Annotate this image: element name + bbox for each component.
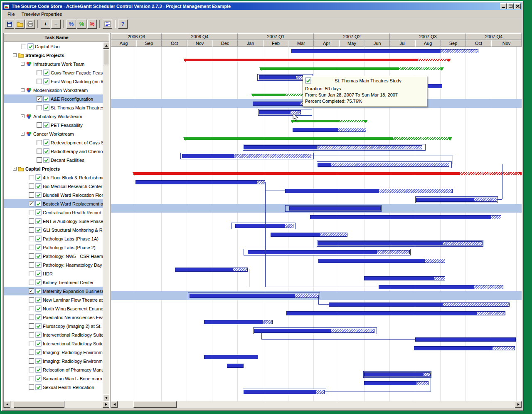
print-button[interactable] — [25, 20, 35, 29]
task-bar[interactable] — [318, 241, 483, 245]
tree-row[interactable]: Kidney Treatment Center — [4, 278, 103, 287]
task-checkbox[interactable] — [29, 183, 34, 189]
tree-row[interactable]: Interventional Radiology Suite (Imaging) — [4, 339, 103, 348]
tree-row[interactable]: Imaging: Radiology Environment & — [4, 357, 103, 365]
task-checkbox[interactable] — [21, 44, 26, 49]
task-checkbox[interactable] — [29, 367, 34, 372]
minimize-button[interactable] — [500, 3, 507, 9]
tree-horizontal-scrollbar[interactable] — [4, 401, 109, 408]
tree-row[interactable]: Paediatric Neurosciences Feasibility — [4, 313, 103, 322]
summary-bar[interactable] — [184, 59, 450, 61]
tree-row[interactable]: Pathology: Haematology Day Care — [4, 260, 103, 269]
task-checkbox[interactable] — [29, 280, 34, 285]
tree-row[interactable]: -Capital Projects — [4, 164, 103, 173]
task-checkbox[interactable] — [29, 227, 34, 233]
task-bar[interactable] — [235, 224, 293, 228]
task-checkbox[interactable] — [29, 253, 34, 259]
task-bar[interactable] — [248, 250, 410, 254]
task-checkbox[interactable] — [29, 175, 34, 180]
tree-row[interactable]: Pathology: NW5 - CSR Haematology — [4, 252, 103, 260]
tree-row[interactable]: Centralisation Health Record Storage — [4, 208, 103, 217]
task-checkbox[interactable] — [29, 306, 34, 311]
percent-normal-button[interactable]: % — [66, 20, 76, 29]
save-button[interactable] — [5, 20, 14, 29]
task-bar[interactable] — [204, 355, 258, 359]
scrollbar-track[interactable] — [103, 49, 109, 394]
task-bar[interactable] — [271, 233, 347, 237]
summary-bar[interactable] — [291, 120, 367, 122]
task-checkbox[interactable] — [37, 79, 42, 84]
percent-overdue-button[interactable]: % — [87, 20, 97, 29]
tree-row[interactable]: Samaritan Ward - Bone marrow transfer — [4, 374, 103, 383]
collapse-expander-icon[interactable]: - — [13, 53, 17, 57]
task-bar[interactable] — [244, 390, 325, 394]
tree-row[interactable]: Decant Facilities — [4, 156, 103, 164]
task-checkbox[interactable] — [37, 140, 42, 145]
tree-row[interactable]: 4th Floor Block & Refurbishment — [4, 173, 103, 182]
title-bar[interactable]: The Source Code Store - ActiveGantt Sche… — [2, 2, 522, 10]
task-checkbox[interactable] — [37, 105, 42, 110]
tree-row[interactable]: Capital Plan — [4, 42, 103, 51]
zoom-in-button[interactable]: + — [41, 20, 50, 29]
task-bar[interactable] — [414, 346, 515, 350]
task-bar[interactable] — [289, 206, 381, 211]
task-bar[interactable] — [415, 337, 516, 342]
collapse-expander-icon[interactable]: - — [21, 88, 25, 92]
tree-row[interactable]: Bio Medical Research Center & CRF — [4, 182, 103, 191]
task-bar[interactable] — [364, 276, 445, 280]
tree-row[interactable]: ✓Maternity Expansion Business Case — [4, 287, 103, 295]
tree-row[interactable]: St. Thomas Main Theatres Study — [4, 103, 103, 112]
help-button[interactable]: ? — [118, 20, 128, 29]
task-bar[interactable] — [285, 189, 453, 193]
tree-row[interactable]: Guys Tower Façade Feasability — [4, 68, 103, 77]
task-checkbox[interactable] — [37, 157, 42, 163]
scroll-left-button[interactable] — [4, 401, 10, 408]
task-checkbox[interactable] — [29, 315, 34, 320]
task-checkbox[interactable] — [29, 384, 34, 390]
tree-row[interactable]: ✓A&E Reconfiguration — [4, 94, 103, 103]
tree-row[interactable]: North Wing Basement Entance - Ph — [4, 304, 103, 313]
tree-row[interactable]: Sexual Health Relocation — [4, 383, 103, 392]
task-checkbox[interactable] — [29, 262, 34, 268]
tree-row[interactable]: New Laminar Flow Theatre at Guy's — [4, 295, 103, 304]
open-button[interactable] — [15, 20, 25, 29]
tree-row[interactable]: Redevelopment of Guys Site II — [4, 138, 103, 147]
task-checkbox[interactable] — [37, 70, 42, 75]
scroll-left-button[interactable] — [111, 401, 118, 408]
scroll-right-button[interactable] — [515, 401, 522, 408]
task-bar[interactable] — [416, 198, 497, 202]
task-bar[interactable] — [310, 215, 501, 219]
task-checkbox[interactable]: ✓ — [29, 288, 34, 294]
task-bar[interactable] — [286, 311, 505, 315]
task-checkbox[interactable] — [29, 245, 34, 250]
chart-horizontal-scrollbar[interactable] — [111, 401, 522, 408]
task-checkbox[interactable] — [29, 192, 34, 198]
task-checkbox[interactable] — [29, 218, 34, 224]
gantt-options-button[interactable] — [103, 20, 112, 29]
tree-row[interactable]: -Infrastructure Work Team — [4, 59, 103, 68]
task-checkbox[interactable] — [29, 297, 34, 302]
task-bar[interactable] — [379, 285, 503, 289]
task-bar[interactable] — [175, 268, 248, 272]
menu-item-file[interactable]: File — [4, 11, 18, 17]
scroll-right-button[interactable] — [103, 401, 109, 408]
tree-row[interactable]: -Modernisation Workstream — [4, 86, 103, 94]
tree-row[interactable]: -Cancer Workstream — [4, 129, 103, 138]
maximize-button[interactable] — [507, 3, 514, 9]
task-bar[interactable] — [254, 329, 374, 333]
scroll-down-button[interactable] — [103, 394, 109, 401]
collapse-expander-icon[interactable]: - — [21, 62, 25, 66]
tree-row[interactable]: Pathology Labs (Phase 2) — [4, 243, 103, 252]
task-checkbox[interactable] — [29, 376, 34, 381]
task-checkbox[interactable]: ✓ — [37, 96, 42, 102]
summary-bar[interactable] — [260, 67, 443, 70]
task-bar[interactable] — [364, 372, 431, 377]
tree-row[interactable]: Interventional Radiology Suite (Imaging) — [4, 330, 103, 339]
task-bar[interactable] — [329, 302, 510, 307]
tree-row[interactable]: Blundell Ward Relocation Florence — [4, 191, 103, 199]
task-bar[interactable] — [293, 128, 366, 132]
collapse-expander-icon[interactable]: - — [21, 132, 25, 136]
percent-complete-button[interactable]: % — [77, 20, 86, 29]
task-bar[interactable] — [135, 180, 265, 184]
tree-row[interactable]: Relocation of Pharmacy Manufacture — [4, 365, 103, 374]
